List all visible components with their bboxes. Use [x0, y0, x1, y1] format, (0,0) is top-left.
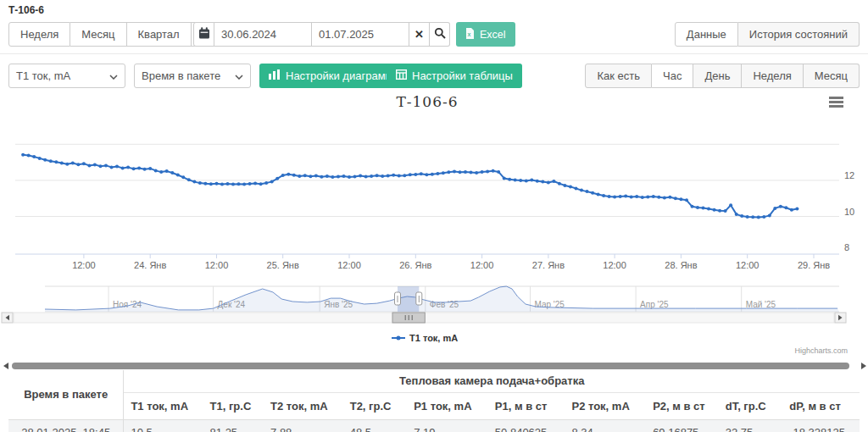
- series-select-value: T1 ток, mA: [16, 69, 70, 82]
- view-tab-group: ДанныеИстория состояний: [675, 22, 860, 47]
- series-marker: [159, 170, 163, 174]
- series-marker: [735, 213, 738, 216]
- series-marker: [597, 193, 600, 197]
- series-marker: [779, 205, 782, 208]
- series-marker: [635, 195, 638, 198]
- series-marker: [751, 215, 754, 219]
- date-range-group: ✕: [193, 22, 450, 47]
- legend[interactable]: T1 ток, mA: [392, 333, 458, 343]
- series-marker: [192, 180, 196, 184]
- date-from-input[interactable]: [214, 22, 312, 47]
- series-marker: [619, 195, 622, 198]
- main-series[interactable]: [21, 153, 798, 219]
- agg-button-1[interactable]: Как есть: [585, 64, 652, 88]
- table-settings-label: Настройки таблицы: [412, 69, 513, 82]
- navigator[interactable]: Ноя '24Дек '24Янв '25Фев '25Мар '25Апр '…: [45, 286, 839, 312]
- table-column-header-2: T1, гр.C: [203, 392, 264, 419]
- x-tick-label: 12:00: [72, 260, 96, 270]
- table-cell-9: 32.75: [719, 419, 783, 432]
- scroll-right-icon[interactable]: [861, 363, 866, 369]
- series-marker: [387, 174, 390, 177]
- series-marker: [702, 207, 705, 210]
- search-button[interactable]: [430, 22, 450, 47]
- series-marker: [668, 196, 671, 199]
- series-marker: [773, 207, 776, 210]
- clear-dates-button[interactable]: ✕: [409, 22, 430, 47]
- y-axis: 12108: [15, 144, 854, 252]
- agg-button-3[interactable]: День: [693, 64, 742, 88]
- series-marker: [558, 182, 561, 186]
- app-root: Т-106-6 НеделяМесяцКварталГод ✕ x Exce: [0, 0, 868, 432]
- series-marker: [181, 175, 185, 179]
- table-column-header-6: P1, м в ст: [488, 392, 565, 419]
- series-marker: [580, 189, 583, 192]
- range-button-2[interactable]: Месяц: [70, 22, 126, 47]
- series-marker: [259, 182, 263, 186]
- series-marker: [253, 182, 257, 186]
- table-settings-button[interactable]: Настройки таблицы: [387, 64, 522, 88]
- series-marker: [740, 214, 743, 218]
- chevron-down-icon: [109, 69, 118, 82]
- table-scrollbar-thumb[interactable]: [12, 363, 849, 369]
- y-tick-label: 8: [844, 242, 849, 252]
- series-marker: [87, 163, 91, 167]
- series-marker: [264, 181, 268, 185]
- calendar-icon: [198, 27, 210, 42]
- agg-button-4[interactable]: Неделя: [742, 64, 803, 88]
- interval-select[interactable]: Время в пакете: [134, 64, 251, 88]
- chart-settings-icon: [269, 69, 281, 82]
- series-marker: [729, 203, 732, 207]
- series-marker: [453, 170, 456, 174]
- agg-button-5[interactable]: Месяц: [804, 64, 860, 88]
- series-marker: [436, 172, 439, 175]
- series-marker: [486, 170, 489, 174]
- series-marker: [292, 174, 296, 177]
- series-select[interactable]: T1 ток, mA: [8, 64, 125, 88]
- x-tick-label: 26. Янв: [399, 260, 431, 270]
- chart-scrollbar[interactable]: [2, 313, 846, 323]
- range-button-3[interactable]: Квартал: [127, 22, 192, 47]
- series-marker: [132, 167, 136, 170]
- series-marker: [165, 169, 169, 173]
- series-marker: [215, 182, 219, 186]
- series-marker: [43, 158, 47, 162]
- table-row[interactable]: 28.01.2025, 18:4510.581.257.8848.57.1950…: [8, 419, 860, 432]
- series-marker: [563, 184, 566, 187]
- series-marker: [303, 174, 307, 177]
- series-marker: [696, 206, 699, 209]
- series-marker: [309, 174, 312, 178]
- date-to-input[interactable]: [312, 22, 409, 47]
- excel-export-button[interactable]: x Excel: [456, 22, 515, 47]
- toolbar-secondary: T1 ток, mA Время в пакете Настройки диаг…: [8, 64, 860, 88]
- series-marker: [82, 162, 86, 165]
- series-marker: [442, 171, 445, 174]
- series-marker: [713, 208, 716, 212]
- series-marker: [586, 190, 589, 193]
- series-marker: [464, 170, 467, 174]
- series-marker: [519, 179, 522, 182]
- chevron-down-icon: [235, 69, 243, 82]
- series-marker: [630, 196, 633, 199]
- series-marker: [398, 174, 401, 178]
- view-tab-1[interactable]: Данные: [675, 22, 738, 47]
- series-marker: [331, 175, 334, 179]
- series-marker: [536, 180, 539, 183]
- series-marker: [275, 177, 279, 180]
- range-button-1[interactable]: Неделя: [8, 22, 70, 47]
- navigator-month-label: Апр '25: [640, 300, 669, 309]
- series-line: [23, 155, 797, 218]
- series-marker: [392, 174, 395, 177]
- table-column-header-1: T1 ток, mA: [124, 392, 203, 419]
- series-marker: [602, 194, 605, 197]
- chart-settings-label: Настройки диаграммы: [286, 69, 401, 82]
- x-tick-label: 28. Янв: [665, 260, 697, 270]
- view-tab-2[interactable]: История состояний: [738, 22, 860, 47]
- series-marker: [337, 174, 340, 178]
- series-marker: [104, 163, 108, 167]
- series-marker: [691, 205, 694, 208]
- agg-button-2[interactable]: Час: [652, 64, 693, 88]
- series-marker: [795, 208, 798, 211]
- calendar-button[interactable]: [193, 22, 214, 47]
- scroll-left-icon[interactable]: [3, 363, 8, 369]
- table-column-header-4: T2, гр.C: [343, 392, 408, 419]
